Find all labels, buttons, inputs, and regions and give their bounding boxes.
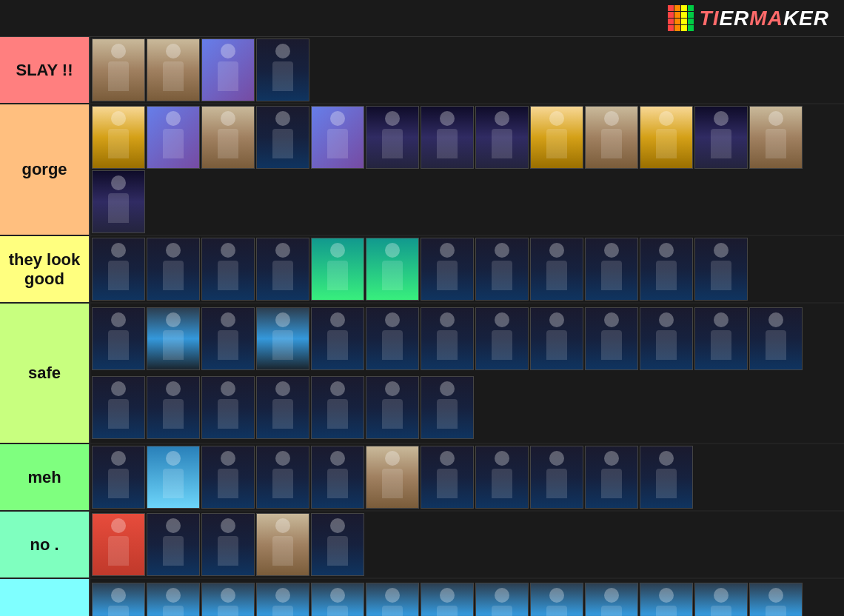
tier-image-safe-18[interactable] — [366, 376, 419, 439]
tier-label-safe: safe — [0, 304, 89, 443]
tier-image-gorge-2[interactable] — [201, 106, 255, 169]
tier-image-no-4[interactable] — [311, 513, 364, 576]
logo-cell-10 — [681, 19, 687, 24]
tier-image-they-9[interactable] — [585, 238, 638, 301]
tier-image-meh-10[interactable] — [640, 446, 693, 509]
tier-label-slay: SLAY !! — [0, 37, 89, 103]
tier-row-suit: i mean it's a suit — [0, 579, 844, 616]
tier-label-no: no . — [0, 512, 89, 578]
tier-image-they-11[interactable] — [694, 238, 748, 301]
tier-image-safe-7[interactable] — [475, 307, 529, 370]
tier-image-safe-10[interactable] — [640, 307, 693, 370]
tier-image-safe-11[interactable] — [694, 307, 748, 370]
tier-image-meh-9[interactable] — [585, 446, 638, 509]
tier-image-meh-7[interactable] — [475, 446, 529, 509]
tier-image-meh-5[interactable] — [366, 446, 419, 509]
tier-image-no-2[interactable] — [201, 513, 255, 576]
tier-image-gorge-12[interactable] — [749, 106, 803, 169]
tier-image-safe-13[interactable] — [92, 376, 145, 439]
tier-image-they-6[interactable] — [421, 238, 474, 301]
tier-image-meh-6[interactable] — [421, 446, 474, 509]
tier-image-gorge-11[interactable] — [694, 106, 748, 169]
tier-image-meh-0[interactable] — [92, 446, 145, 509]
tier-image-they-8[interactable] — [530, 238, 583, 301]
tier-image-safe-9[interactable] — [585, 307, 638, 370]
logo-cell-2 — [681, 5, 687, 11]
tier-image-suit-7[interactable] — [475, 583, 529, 616]
logo-cell-14 — [681, 25, 687, 31]
tier-label-gorge: gorge — [0, 104, 89, 235]
logo-cell-11 — [688, 19, 694, 24]
tier-image-suit-4[interactable] — [311, 583, 364, 616]
tier-image-slay-0[interactable] — [92, 38, 145, 101]
tier-image-slay-1[interactable] — [147, 38, 200, 101]
tier-image-safe-19[interactable] — [421, 376, 474, 439]
tier-image-safe-6[interactable] — [421, 307, 474, 370]
tier-image-safe-12[interactable] — [749, 307, 803, 370]
tier-image-no-0[interactable] — [92, 513, 145, 576]
tier-image-gorge-4[interactable] — [311, 106, 364, 169]
tier-image-safe-3[interactable] — [256, 307, 309, 370]
tier-row-gorge: gorge — [0, 104, 844, 236]
tier-image-gorge-9[interactable] — [585, 106, 638, 169]
tier-image-gorge-7[interactable] — [475, 106, 529, 169]
tier-row-safe: safe — [0, 304, 844, 444]
tier-image-gorge-1[interactable] — [147, 106, 200, 169]
tier-image-gorge-3[interactable] — [256, 106, 309, 169]
tier-image-suit-6[interactable] — [421, 583, 474, 616]
tier-image-suit-3[interactable] — [256, 583, 309, 616]
tier-row-they: they look good — [0, 236, 844, 304]
tier-image-meh-8[interactable] — [530, 446, 583, 509]
tier-image-gorge-5[interactable] — [366, 106, 419, 169]
tier-image-gorge-8[interactable] — [530, 106, 583, 169]
tier-image-safe-15[interactable] — [201, 376, 255, 439]
tier-image-they-5[interactable] — [366, 238, 419, 301]
logo-cell-12 — [668, 25, 674, 31]
tier-image-suit-1[interactable] — [147, 583, 200, 616]
logo-cell-3 — [688, 5, 694, 11]
tier-image-suit-8[interactable] — [530, 583, 583, 616]
tier-image-safe-5[interactable] — [366, 307, 419, 370]
tier-image-safe-17[interactable] — [311, 376, 364, 439]
tier-image-safe-0[interactable] — [92, 307, 145, 370]
tier-image-they-0[interactable] — [92, 238, 145, 301]
tier-image-suit-5[interactable] — [366, 583, 419, 616]
tier-image-no-1[interactable] — [147, 513, 200, 576]
tier-image-suit-12[interactable] — [749, 583, 803, 616]
tier-image-they-3[interactable] — [256, 238, 309, 301]
tier-image-they-2[interactable] — [201, 238, 255, 301]
tier-image-suit-0[interactable] — [92, 583, 145, 616]
tier-image-gorge-10[interactable] — [640, 106, 693, 169]
tier-image-gorge-0[interactable] — [92, 106, 145, 169]
tier-image-meh-1[interactable] — [147, 446, 200, 509]
tier-label-meh: meh — [0, 444, 89, 510]
tier-image-safe-8[interactable] — [530, 307, 583, 370]
tier-image-suit-10[interactable] — [640, 583, 693, 616]
tier-image-they-4[interactable] — [311, 238, 364, 301]
tier-image-suit-9[interactable] — [585, 583, 638, 616]
tier-image-they-1[interactable] — [147, 238, 200, 301]
tier-image-safe-2[interactable] — [201, 307, 255, 370]
tier-image-suit-2[interactable] — [201, 583, 255, 616]
tier-image-safe-4[interactable] — [311, 307, 364, 370]
logo-text: TiERMAKER — [700, 7, 829, 30]
tier-image-safe-16[interactable] — [256, 376, 309, 439]
logo-cell-6 — [681, 12, 687, 18]
tier-images-gorge — [89, 104, 844, 235]
tier-image-safe-1[interactable] — [147, 307, 200, 370]
tier-image-they-10[interactable] — [640, 238, 693, 301]
tier-image-meh-4[interactable] — [311, 446, 364, 509]
tier-image-slay-3[interactable] — [256, 38, 309, 101]
tier-image-they-7[interactable] — [475, 238, 529, 301]
tier-image-suit-11[interactable] — [694, 583, 748, 616]
tier-image-gorge-13[interactable] — [92, 170, 145, 233]
tier-row-slay: SLAY !! — [0, 37, 844, 104]
tier-images-meh — [89, 444, 844, 510]
tier-image-meh-3[interactable] — [256, 446, 309, 509]
tier-image-slay-2[interactable] — [201, 38, 255, 101]
tier-image-meh-2[interactable] — [201, 446, 255, 509]
tier-image-safe-14[interactable] — [147, 376, 200, 439]
tier-image-gorge-6[interactable] — [421, 106, 474, 169]
tier-image-no-3[interactable] — [256, 513, 309, 576]
tier-images-they — [89, 236, 844, 302]
